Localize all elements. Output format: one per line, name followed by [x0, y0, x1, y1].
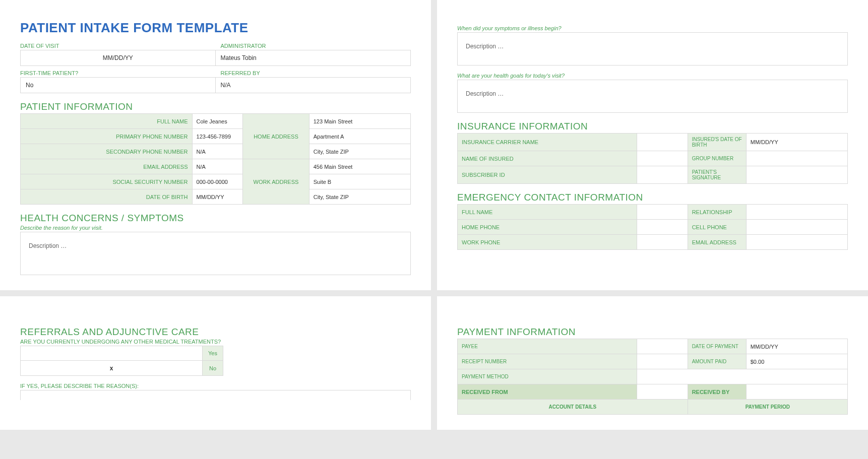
value-carrier[interactable] — [637, 134, 688, 151]
value-amount-paid[interactable]: $0.00 — [746, 354, 847, 369]
page-2: When did your symptoms or illness begin?… — [437, 0, 868, 290]
label-receipt-number: RECEIPT NUMBER — [458, 354, 637, 369]
symptoms-begin-label: When did your symptoms or illness begin? — [457, 25, 848, 31]
document-title: PATIENT INTAKE FORM TEMPLATE — [20, 20, 411, 36]
label-payee: PAYEE — [458, 339, 637, 354]
label-account-details: ACCOUNT DETAILS — [458, 400, 688, 415]
label-dob: DATE OF BIRTH — [21, 189, 193, 205]
label-em-workphone: WORK PHONE — [458, 235, 637, 250]
value-payment-method[interactable] — [637, 369, 848, 384]
value-em-workphone[interactable] — [637, 235, 688, 250]
value-received-by[interactable] — [746, 384, 847, 400]
label-ssn: SOCIAL SECURITY NUMBER — [21, 174, 193, 189]
treatments-no-cell[interactable]: x — [21, 361, 203, 375]
date-of-visit-label: DATE OF VISIT — [20, 43, 216, 49]
value-signature[interactable] — [746, 166, 847, 184]
label-home-address: HOME ADDRESS — [243, 114, 309, 159]
label-em-homephone: HOME PHONE — [458, 220, 637, 235]
administrator-value[interactable]: Mateus Tobin — [216, 50, 411, 66]
treatments-yes-cell[interactable] — [21, 346, 203, 360]
value-em-relationship[interactable] — [746, 205, 847, 220]
insurance-table: INSURANCE CARRIER NAME INSURED'S DATE OF… — [457, 133, 848, 184]
page-4: PAYMENT INFORMATION PAYEE DATE OF PAYMEN… — [437, 296, 868, 430]
value-name-insured[interactable] — [637, 151, 688, 166]
label-em-email: EMAIL ADDRESS — [688, 235, 746, 250]
label-subscriber-id: SUBSCRIBER ID — [458, 166, 637, 184]
patient-info-table: FULL NAME Cole Jeanes HOME ADDRESS 123 M… — [20, 113, 411, 205]
label-payment-period: PAYMENT PERIOD — [688, 400, 847, 415]
label-received-from: RECEIVED FROM — [458, 384, 637, 400]
label-email: EMAIL ADDRESS — [21, 159, 193, 174]
label-group-number: GROUP NUMBER — [688, 151, 746, 166]
value-primary-phone[interactable]: 123-456-7899 — [192, 129, 243, 144]
administrator-label: ADMINISTRATOR — [216, 43, 411, 49]
label-secondary-phone: SECONDARY PHONE NUMBER — [21, 144, 193, 159]
referrals-q2: IF YES, PLEASE DESCRIBE THE REASON(S): — [20, 383, 411, 389]
value-full-name[interactable]: Cole Jeanes — [192, 114, 243, 129]
label-name-insured: NAME OF INSURED — [458, 151, 637, 166]
value-receipt-number[interactable] — [637, 354, 688, 369]
value-em-homephone[interactable] — [637, 220, 688, 235]
label-em-cellphone: CELL PHONE — [688, 220, 746, 235]
label-yes: Yes — [203, 346, 223, 360]
label-signature: PATIENT'S SIGNATURE — [688, 166, 746, 184]
symptoms-begin-textarea[interactable]: Description … — [457, 32, 848, 65]
label-no: No — [203, 361, 223, 375]
page-3: REFERRALS AND ADJUNCTIVE CARE ARE YOU CU… — [0, 296, 431, 430]
emergency-table: FULL NAME RELATIONSHIP HOME PHONE CELL P… — [457, 204, 848, 250]
label-payment-method: PAYMENT METHOD — [458, 369, 637, 384]
emergency-heading: EMERGENCY CONTACT INFORMATION — [457, 192, 848, 203]
health-heading: HEALTH CONCERNS / SYMPTOMS — [20, 213, 411, 224]
label-em-fullname: FULL NAME — [458, 205, 637, 220]
value-email[interactable]: N/A — [192, 159, 243, 174]
page-1: PATIENT INTAKE FORM TEMPLATE DATE OF VIS… — [0, 0, 431, 290]
value-secondary-phone[interactable]: N/A — [192, 144, 243, 159]
first-time-value[interactable]: No — [20, 77, 216, 93]
value-home1[interactable]: 123 Main Street — [309, 114, 410, 129]
label-work-address: WORK ADDRESS — [243, 159, 309, 205]
value-em-cellphone[interactable] — [746, 220, 847, 235]
label-primary-phone: PRIMARY PHONE NUMBER — [21, 129, 193, 144]
first-time-label: FIRST-TIME PATIENT? — [20, 70, 216, 76]
label-insured-dob: INSURED'S DATE OF BIRTH — [688, 134, 746, 151]
insurance-heading: INSURANCE INFORMATION — [457, 121, 848, 132]
patient-info-heading: PATIENT INFORMATION — [20, 101, 411, 112]
health-goals-textarea[interactable]: Description … — [457, 80, 848, 113]
value-em-fullname[interactable] — [637, 205, 688, 220]
value-work3[interactable]: City, State ZIP — [309, 189, 410, 205]
describe-reason-textarea[interactable]: Description … — [20, 232, 411, 275]
value-subscriber-id[interactable] — [637, 166, 688, 184]
value-insured-dob[interactable]: MM/DD/YY — [746, 134, 847, 151]
value-payee[interactable] — [637, 339, 688, 354]
label-em-relationship: RELATIONSHIP — [688, 205, 746, 220]
value-work2[interactable]: Suite B — [309, 174, 410, 189]
referred-by-value[interactable]: N/A — [216, 77, 411, 93]
payment-heading: PAYMENT INFORMATION — [457, 326, 848, 338]
value-group-number[interactable] — [746, 151, 847, 166]
label-date-of-payment: DATE OF PAYMENT — [688, 339, 746, 354]
label-received-by: RECEIVED BY — [688, 384, 746, 400]
value-ssn[interactable]: 000-00-0000 — [192, 174, 243, 189]
label-carrier: INSURANCE CARRIER NAME — [458, 134, 637, 151]
value-work1[interactable]: 456 Main Street — [309, 159, 410, 174]
value-date-of-payment[interactable]: MM/DD/YY — [746, 339, 847, 354]
payment-table: PAYEE DATE OF PAYMENT MM/DD/YY RECEIPT N… — [457, 339, 848, 415]
label-full-name: FULL NAME — [21, 114, 193, 129]
referrals-q1: ARE YOU CURRENTLY UNDERGOING ANY OTHER M… — [20, 339, 411, 345]
value-home2[interactable]: Apartment A — [309, 129, 410, 144]
health-goals-label: What are your health goals for today's v… — [457, 73, 848, 79]
referrals-heading: REFERRALS AND ADJUNCTIVE CARE — [20, 326, 411, 338]
referrals-describe-textarea[interactable] — [20, 390, 411, 400]
value-received-from[interactable] — [637, 384, 688, 400]
value-home3[interactable]: City, State ZIP — [309, 144, 410, 159]
label-amount-paid: AMOUNT PAID — [688, 354, 746, 369]
referred-by-label: REFERRED BY — [216, 70, 411, 76]
date-of-visit-value[interactable]: MM/DD/YY — [20, 50, 216, 66]
describe-reason-label: Describe the reason for your visit. — [20, 225, 411, 231]
value-em-email[interactable] — [746, 235, 847, 250]
value-dob[interactable]: MM/DD/YY — [192, 189, 243, 205]
